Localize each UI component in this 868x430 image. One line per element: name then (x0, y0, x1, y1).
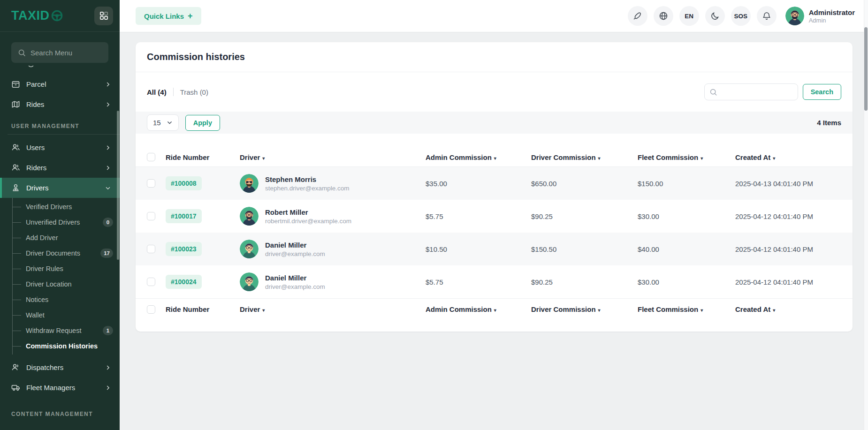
per-page-select[interactable]: 15 (147, 114, 179, 131)
sidebar-header: TAXID (0, 0, 120, 32)
admin-commission-value: $5.75 (426, 212, 531, 220)
row-checkbox[interactable] (147, 212, 155, 220)
driver-email: driver@example.com (265, 250, 325, 257)
col-admin-commission[interactable]: Admin Commission▾ (426, 153, 531, 161)
submenu-label: Driver Rules (26, 265, 113, 272)
submenu-label: Unverified Drivers (26, 219, 103, 226)
sidebar-item-users[interactable]: Users (0, 137, 120, 158)
tab-trash[interactable]: Trash (0) (180, 88, 208, 96)
submenu-label: Driver Documents (26, 249, 100, 257)
driver-name: Daniel Miller (265, 274, 325, 282)
table-row[interactable]: #100017 (136, 200, 853, 233)
sidebar-item-drivers[interactable]: Drivers (0, 178, 120, 198)
topbar: Quick Links + EN (120, 0, 868, 32)
row-checkbox[interactable] (147, 179, 155, 188)
quick-links-button[interactable]: Quick Links + (136, 7, 201, 25)
driver-email: stephen.driver@example.com (265, 185, 350, 192)
language-globe-button[interactable] (654, 6, 673, 26)
ride-number-badge[interactable]: #100024 (166, 275, 202, 289)
submenu-item-wallet[interactable]: Wallet (13, 307, 120, 323)
submenu-item-withdraw-request[interactable]: Withdraw Request 1 (13, 323, 120, 338)
table-row[interactable]: #100023 (136, 233, 853, 265)
col-admin-commission[interactable]: Admin Commission▾ (426, 305, 531, 313)
sidebar-item-parcel[interactable]: Parcel (0, 74, 120, 94)
col-driver-commission[interactable]: Driver Commission▾ (531, 153, 638, 161)
users-icon (11, 143, 20, 152)
page-scrollbar-thumb[interactable] (864, 27, 868, 111)
submenu-item-verified-drivers[interactable]: Verified Drivers (13, 199, 120, 214)
sidebar-item-label: Drivers (26, 184, 99, 192)
search-button[interactable]: Search (803, 84, 841, 100)
ride-number-badge[interactable]: #100008 (166, 176, 202, 190)
user-name: Administrator (809, 8, 855, 16)
submenu-item-driver-rules[interactable]: Driver Rules (13, 261, 120, 276)
col-fleet-commission[interactable]: Fleet Commission▾ (638, 305, 735, 313)
sidebar-item-riders[interactable]: Riders (0, 158, 120, 178)
col-fleet-commission[interactable]: Fleet Commission▾ (638, 153, 735, 161)
sidebar-item-fleet-managers[interactable]: Fleet Managers (0, 377, 120, 398)
col-label: Fleet Commission (638, 153, 698, 161)
table-search[interactable] (704, 83, 798, 100)
col-driver-commission[interactable]: Driver Commission▾ (531, 305, 638, 313)
submenu-item-unverified-drivers[interactable]: Unverified Drivers 0 (13, 214, 120, 230)
brand-logo[interactable]: TAXID (11, 8, 63, 23)
user-menu[interactable]: Administrator Admin (785, 7, 855, 25)
driver-commission-value: $150.50 (531, 245, 638, 253)
driver-name: Robert Miller (265, 208, 351, 216)
submenu-item-driver-location[interactable]: Driver Location (13, 276, 120, 292)
apply-button[interactable]: Apply (185, 115, 220, 131)
sidebar-item-rides[interactable]: Rides (0, 94, 120, 114)
ride-number-badge[interactable]: #100023 (166, 242, 202, 256)
col-driver[interactable]: Driver▾ (240, 305, 426, 313)
sidebar-item-label: Fleet Managers (26, 384, 99, 392)
submenu-item-add-driver[interactable]: Add Driver (13, 230, 120, 245)
driver-name: Stephen Morris (265, 175, 350, 183)
submenu-label: Driver Location (26, 280, 113, 288)
driver-icon (11, 183, 20, 192)
tab-all[interactable]: All (4) (147, 88, 167, 96)
row-checkbox[interactable] (147, 245, 155, 253)
moon-icon (710, 11, 720, 21)
theme-brush-button[interactable] (628, 6, 647, 26)
notifications-button[interactable] (757, 6, 777, 26)
sort-icon: ▾ (262, 156, 265, 161)
sidebar-scrollbar[interactable] (117, 111, 119, 260)
col-driver[interactable]: Driver▾ (240, 153, 426, 161)
chevron-right-icon (105, 364, 111, 371)
table-search-input[interactable] (721, 88, 792, 96)
select-all-checkbox[interactable] (147, 305, 155, 314)
sidebar-toggle-button[interactable] (94, 7, 113, 25)
submenu-item-notices[interactable]: Notices (13, 292, 120, 307)
quick-links-label: Quick Links (144, 12, 184, 20)
partial-scrolled-item (27, 66, 120, 72)
col-created-at[interactable]: Created At▾ (735, 305, 841, 313)
fleet-commission-value: $40.00 (638, 245, 735, 253)
submenu-item-driver-documents[interactable]: Driver Documents 17 (13, 245, 120, 261)
col-created-at[interactable]: Created At▾ (735, 153, 841, 161)
app-root: TAXID (0, 0, 868, 430)
ride-number-badge[interactable]: #100017 (166, 209, 202, 223)
chevron-right-icon (105, 101, 111, 108)
page-scrollbar[interactable] (864, 0, 868, 430)
sidebar-search[interactable] (11, 42, 108, 63)
locale-button[interactable]: EN (679, 6, 699, 26)
sos-button[interactable]: SOS (731, 6, 751, 26)
submenu-item-commission-histories[interactable]: Commission Histories (13, 338, 120, 354)
driver-commission-value: $90.25 (531, 278, 638, 286)
driver-name: Daniel Miller (265, 241, 325, 249)
sort-icon: ▾ (494, 156, 496, 161)
brush-icon (633, 11, 642, 21)
select-all-checkbox[interactable] (147, 153, 155, 161)
dark-mode-button[interactable] (705, 6, 725, 26)
drivers-submenu: Verified Drivers Unverified Drivers 0 Ad… (12, 198, 120, 355)
sidebar-item-dispatchers[interactable]: Dispatchers (0, 357, 120, 377)
table-toolbar: 15 Apply 4 Items (136, 112, 853, 134)
parcel-icon (11, 80, 20, 89)
row-checkbox[interactable] (147, 278, 155, 286)
sidebar-search-input[interactable] (30, 49, 96, 57)
fleet-commission-value: $150.00 (638, 180, 735, 188)
table-row[interactable]: #100024 (136, 265, 853, 298)
chevron-right-icon (105, 385, 111, 391)
sos-label: SOS (734, 13, 747, 20)
table-row[interactable]: #100008 (136, 167, 853, 200)
